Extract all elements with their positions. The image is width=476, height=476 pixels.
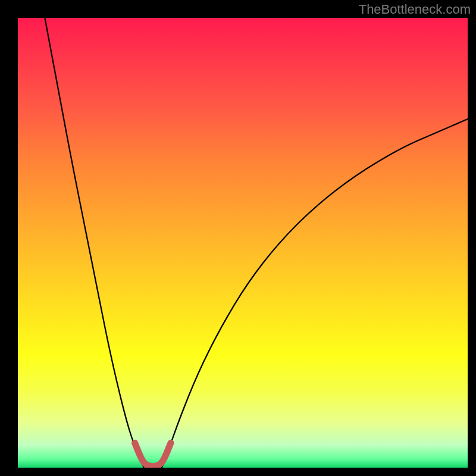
- watermark-text: TheBottleneck.com: [359, 2, 471, 17]
- series-bottleneck-curve-left: [45, 18, 143, 468]
- curves-layer: [18, 18, 468, 468]
- series-highlight-band: [135, 443, 171, 466]
- series-bottleneck-curve-right: [162, 119, 468, 468]
- chart-stage: TheBottleneck.com: [0, 0, 476, 476]
- plot-area: [18, 18, 468, 468]
